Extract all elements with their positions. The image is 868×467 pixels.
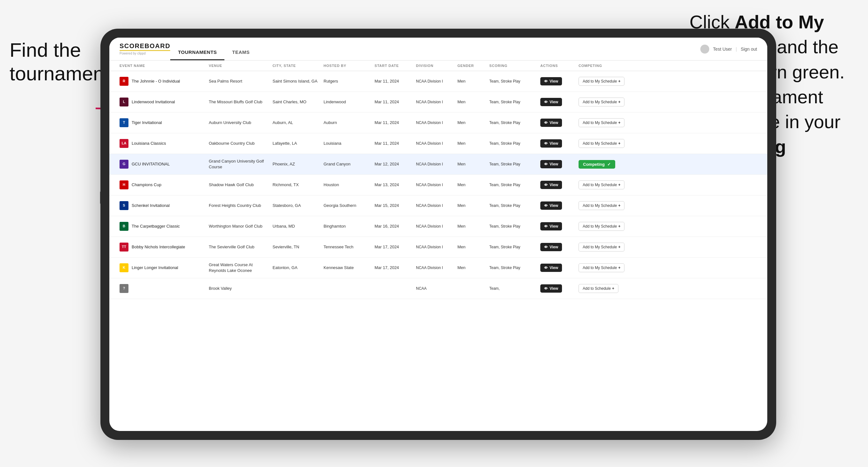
venue-cell: Great Waters Course At Reynolds Lake Oco… (206, 259, 270, 276)
event-name-cell: LLindenwood Invitational (117, 95, 206, 109)
city-state-cell: Saint Simons Island, GA (270, 76, 321, 87)
view-button[interactable]: View (540, 119, 562, 127)
add-schedule-label: Add to My Schedule (583, 224, 617, 228)
scoring-cell: Team, Stroke Play (487, 200, 538, 211)
division-cell: NCAA Division I (413, 138, 455, 149)
actions-cell: View (538, 116, 576, 129)
event-name-cell: SSchenkel Invitational (117, 198, 206, 213)
view-label: View (550, 121, 558, 125)
competing-cell: Add to Schedule (576, 281, 640, 295)
eye-icon (544, 121, 548, 125)
hosted-by-cell: Louisiana (321, 138, 372, 149)
add-schedule-label: Add to My Schedule (583, 266, 617, 270)
view-button[interactable]: View (540, 243, 562, 251)
team-logo: T (120, 118, 128, 127)
eye-icon (544, 79, 548, 84)
table-row: TTBobby Nichols IntercollegiateThe Sevie… (109, 237, 767, 257)
hosted-by-cell: Georgia Southern (321, 200, 372, 211)
view-button[interactable]: View (540, 139, 562, 148)
event-name: Louisiana Classics (132, 141, 166, 146)
event-name-cell: GGCU INVITATIONAL (117, 157, 206, 171)
add-to-schedule-button[interactable]: Add to My Schedule (579, 243, 624, 251)
division-cell: NCAA Division I (413, 263, 455, 273)
scoring-cell: Team, Stroke Play (487, 263, 538, 273)
division-cell: NCAA Division I (413, 97, 455, 107)
add-to-schedule-button[interactable]: Add to My Schedule (579, 118, 624, 127)
view-button[interactable]: View (540, 201, 562, 210)
competing-cell: Add to My Schedule (576, 95, 640, 109)
add-schedule-label: Add to My Schedule (583, 79, 617, 84)
city-state-cell: Sevierville, TN (270, 242, 321, 252)
view-button[interactable]: View (540, 98, 562, 106)
view-label: View (550, 162, 558, 166)
plus-icon (618, 266, 620, 270)
team-logo: LA (120, 139, 128, 148)
view-button[interactable]: View (540, 160, 562, 168)
event-name-cell: HChampions Cup (117, 178, 206, 192)
division-cell: NCAA Division I (413, 159, 455, 169)
venue-cell: Worthington Manor Golf Club (206, 221, 270, 232)
team-logo: K (120, 263, 128, 272)
add-to-schedule-button[interactable]: Add to My Schedule (579, 139, 624, 148)
nav-tab-teams[interactable]: TEAMS (224, 50, 257, 60)
add-to-schedule-button[interactable]: Add to My Schedule (579, 201, 624, 210)
view-button[interactable]: View (540, 284, 562, 292)
gender-cell: Men (455, 180, 487, 190)
gender-cell: Men (455, 242, 487, 252)
team-logo: ? (120, 284, 128, 293)
scoring-cell: Team, Stroke Play (487, 180, 538, 190)
col-header-event-name: EVENT NAME (117, 61, 206, 71)
actions-cell: View (538, 282, 576, 295)
competing-cell: Add to My Schedule (576, 240, 640, 254)
col-header-city-state: CITY, STATE (270, 61, 321, 71)
add-to-schedule-button[interactable]: Add to Schedule (579, 284, 618, 293)
plus-icon (612, 286, 614, 291)
view-label: View (550, 79, 558, 84)
nav-tab-tournaments[interactable]: TOURNAMENTS (170, 50, 224, 60)
city-state-cell: Lafayette, LA (270, 138, 321, 149)
hosted-by-cell: Binghamton (321, 221, 372, 232)
add-to-schedule-button[interactable]: Add to My Schedule (579, 222, 624, 231)
table-row: KLinger Longer InvitationalGreat Waters … (109, 257, 767, 278)
view-button[interactable]: View (540, 77, 562, 86)
competing-cell: Add to My Schedule (576, 219, 640, 234)
table-row: LALouisiana ClassicsOakbourne Country Cl… (109, 133, 767, 154)
col-header-scoring: SCORING (487, 61, 538, 71)
start-date-cell: Mar 15, 2024 (372, 200, 413, 211)
col-header-venue: VENUE (206, 61, 270, 71)
gender-cell: Men (455, 159, 487, 169)
eye-icon (544, 100, 548, 104)
start-date-cell: Mar 16, 2024 (372, 221, 413, 232)
view-button[interactable]: View (540, 181, 562, 189)
event-name: The Johnnie - O Individual (132, 79, 180, 84)
actions-cell: View (538, 95, 576, 109)
add-to-schedule-button[interactable]: Add to My Schedule (579, 77, 624, 86)
event-name-cell: ? (117, 281, 206, 295)
gender-cell: Men (455, 97, 487, 107)
sign-out-link[interactable]: Sign out (741, 46, 757, 52)
table-row: ?Brook ValleyNCAATeam,ViewAdd to Schedul… (109, 278, 767, 299)
division-cell: NCAA (413, 283, 455, 294)
actions-cell: View (538, 137, 576, 150)
start-date-cell: Mar 11, 2024 (372, 97, 413, 107)
competing-button[interactable]: Competing (579, 160, 615, 168)
venue-cell: Forest Heights Country Club (206, 200, 270, 211)
plus-icon (618, 245, 620, 249)
col-header-division: DIVISION (413, 61, 455, 71)
tablet-frame: SCOREBOARD Powered by clippd TOURNAMENTS… (100, 29, 776, 440)
add-to-schedule-button[interactable]: Add to My Schedule (579, 180, 624, 189)
add-to-schedule-button[interactable]: Add to My Schedule (579, 263, 624, 272)
team-logo: G (120, 160, 128, 168)
tablet-screen: SCOREBOARD Powered by clippd TOURNAMENTS… (109, 38, 767, 431)
team-logo: TT (120, 243, 128, 251)
gender-cell: Men (455, 76, 487, 87)
actions-cell: View (538, 240, 576, 254)
actions-cell: View (538, 220, 576, 233)
view-button[interactable]: View (540, 263, 562, 272)
view-button[interactable]: View (540, 222, 562, 230)
view-label: View (550, 183, 558, 187)
scoring-cell: Team, Stroke Play (487, 138, 538, 149)
add-to-schedule-button[interactable]: Add to My Schedule (579, 97, 624, 106)
team-logo: B (120, 222, 128, 231)
event-name: Champions Cup (132, 182, 161, 188)
